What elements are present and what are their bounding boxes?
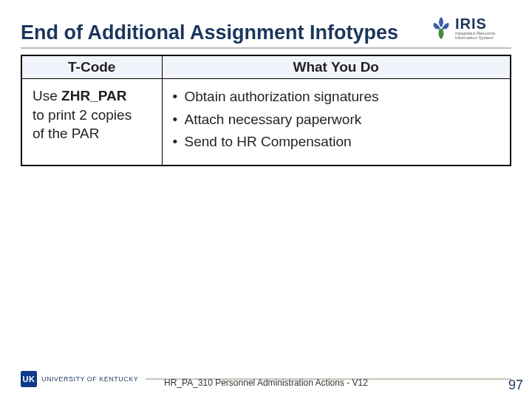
tcode-cell: Use ZHR_PAR to print 2 copies of the PAR: [21, 79, 162, 166]
iris-logo-sub2: Information System: [455, 35, 495, 40]
list-item: Obtain authorization signatures: [173, 86, 500, 108]
info-table: T-Code What You Do Use ZHR_PAR to print …: [21, 55, 511, 166]
table-header-row: T-Code What You Do: [21, 55, 511, 79]
action-list: Obtain authorization signatures Attach n…: [173, 86, 500, 153]
table-row: Use ZHR_PAR to print 2 copies of the PAR…: [21, 79, 511, 166]
iris-logo: IRIS Integrated Resource Information Sys…: [430, 13, 511, 43]
tcode-prefix: Use: [33, 88, 61, 103]
tcode-line2: to print 2 copies: [33, 107, 132, 123]
tcode-line3: of the PAR: [33, 126, 99, 141]
col-header-tcode: T-Code: [21, 55, 162, 79]
page-title: End of Additional Assignment Infotypes: [21, 21, 423, 44]
list-item: Attach necessary paperwork: [173, 109, 500, 131]
iris-flower-icon: [430, 16, 452, 41]
footer: UK UNIVERSITY OF KENTUCKY HR_PA_310 Pers…: [0, 371, 532, 387]
list-item: Send to HR Compensation: [173, 132, 500, 153]
tcode-code: ZHR_PAR: [61, 88, 126, 103]
page-number: 97: [508, 378, 523, 393]
whatyoudo-cell: Obtain authorization signatures Attach n…: [162, 79, 511, 166]
footer-caption: HR_PA_310 Personnel Administration Actio…: [0, 378, 532, 388]
iris-logo-text: IRIS: [455, 16, 495, 31]
title-underline: [21, 47, 511, 49]
col-header-whatyoudo: What You Do: [162, 55, 511, 79]
